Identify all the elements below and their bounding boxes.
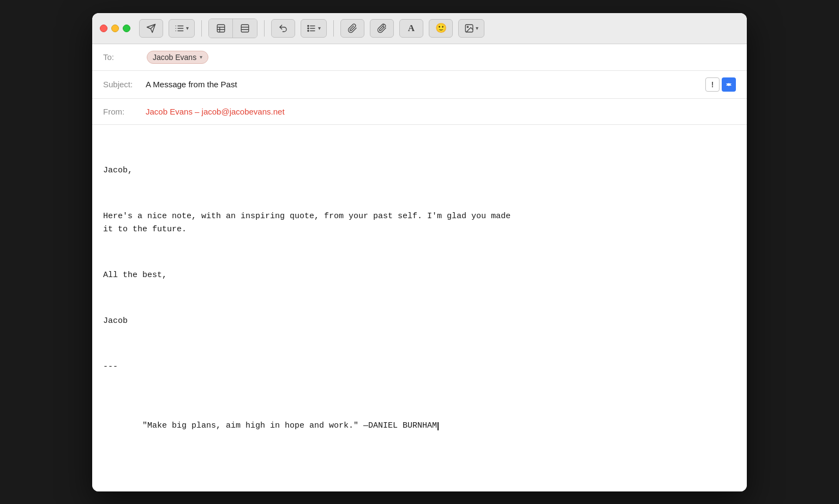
svg-rect-10 xyxy=(241,25,249,32)
body-quote: "Make big plans, aim high in hope and wo… xyxy=(103,406,736,446)
svg-point-17 xyxy=(308,27,309,28)
send-icon xyxy=(146,23,156,33)
svg-point-18 xyxy=(308,30,309,31)
svg-point-16 xyxy=(308,25,309,26)
toolbar-divider-2 xyxy=(264,20,265,37)
subject-label: Subject: xyxy=(103,80,141,89)
show-fields-icon xyxy=(216,23,226,33)
reply-icon xyxy=(278,23,288,33)
show-fields-button[interactable] xyxy=(209,19,233,38)
subject-controls: ! xyxy=(705,77,736,92)
body-paragraph1: Here's a nice note, with an inspiring qu… xyxy=(103,210,736,236)
stepper-icon xyxy=(725,81,733,88)
bullets-chevron-icon: ▾ xyxy=(318,25,321,31)
text-cursor xyxy=(438,422,439,430)
recipient-tag[interactable]: Jacob Evans ▾ xyxy=(147,51,208,64)
attach-extra-icon xyxy=(377,23,387,33)
to-row: To: Jacob Evans ▾ xyxy=(92,44,747,71)
list-dropdown-button[interactable]: ▾ xyxy=(169,19,195,38)
maximize-button[interactable] xyxy=(123,25,130,32)
emoji-icon: 🙂 xyxy=(435,22,447,34)
from-label: From: xyxy=(103,107,141,116)
body-greeting: Jacob, xyxy=(103,164,736,177)
stepper-arrows-icon xyxy=(725,81,733,88)
fields-toggle-group xyxy=(208,19,257,38)
hide-fields-icon xyxy=(240,23,250,33)
to-label: To: xyxy=(103,52,141,62)
font-icon: A xyxy=(408,23,415,34)
compose-area: To: Jacob Evans ▾ Subject: A Message fro… xyxy=(92,44,747,491)
svg-rect-6 xyxy=(217,25,225,32)
toolbar: ▾ xyxy=(92,13,747,44)
close-button[interactable] xyxy=(100,25,107,32)
photo-icon xyxy=(464,23,474,33)
body-signature-name: Jacob xyxy=(103,315,736,328)
body-closing: All the best, xyxy=(103,269,736,282)
minimize-button[interactable] xyxy=(111,25,119,32)
font-button[interactable]: A xyxy=(399,19,423,38)
subject-field[interactable]: A Message from the Past xyxy=(146,80,705,89)
body-divider: --- xyxy=(103,361,736,374)
body-area[interactable]: Jacob, Here's a nice note, with an inspi… xyxy=(92,125,747,491)
recipient-name: Jacob Evans xyxy=(153,53,196,62)
photo-dropdown-button[interactable]: ▾ xyxy=(458,19,484,38)
traffic-lights xyxy=(100,25,130,32)
from-value[interactable]: Jacob Evans – jacob@jacobevans.net xyxy=(146,107,285,116)
mail-compose-window: ▾ xyxy=(92,13,747,491)
list-icon xyxy=(175,23,184,33)
hide-fields-button[interactable] xyxy=(233,19,257,38)
recipient-chevron-icon: ▾ xyxy=(200,54,202,60)
from-row: From: Jacob Evans – jacob@jacobevans.net xyxy=(92,99,747,125)
bullets-dropdown-button[interactable]: ▾ xyxy=(301,19,327,38)
toolbar-divider-3 xyxy=(333,20,334,37)
photo-chevron-icon: ▾ xyxy=(476,25,478,31)
attach-icon xyxy=(347,23,357,33)
emoji-button[interactable]: 🙂 xyxy=(429,19,453,38)
list-chevron-icon: ▾ xyxy=(186,25,189,31)
attach-extra-button[interactable] xyxy=(370,19,394,38)
attach-button[interactable] xyxy=(340,19,364,38)
send-button[interactable] xyxy=(139,19,163,38)
bullets-icon xyxy=(307,23,316,33)
priority-button[interactable]: ! xyxy=(705,77,720,92)
subject-row: Subject: A Message from the Past ! xyxy=(92,71,747,99)
stepper-button[interactable] xyxy=(722,77,736,92)
svg-point-23 xyxy=(467,26,468,27)
toolbar-divider-1 xyxy=(201,20,202,37)
reply-button[interactable] xyxy=(271,19,295,38)
